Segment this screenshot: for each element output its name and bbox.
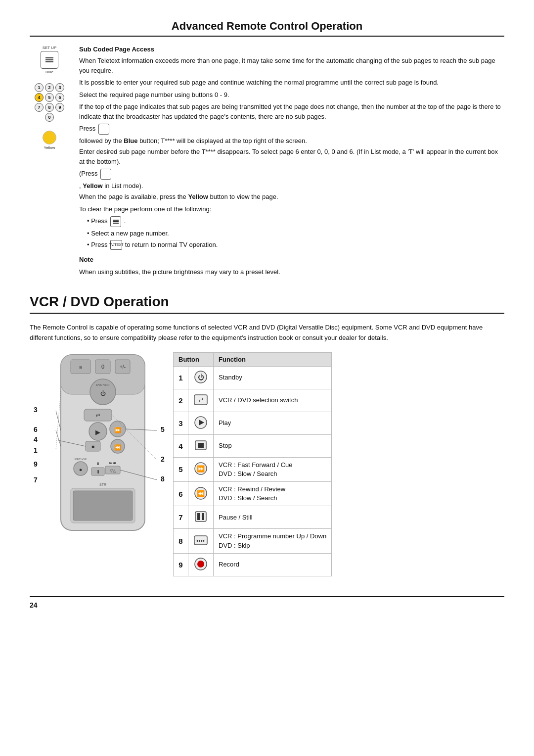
section1-title: Advanced Remote Control Operation <box>30 20 504 37</box>
para-2: It is possible to enter your required su… <box>79 78 504 88</box>
table-row: 3Play <box>174 412 332 434</box>
table-row: 6⏪VCR : Rewind / ReviewDVD : Slow / Sear… <box>174 482 332 506</box>
num-2: 2 <box>45 83 54 92</box>
row-function: VCR / DVD selection switch <box>214 389 332 412</box>
line1 <box>45 57 53 58</box>
setup-button-icon <box>41 51 58 69</box>
row-icon <box>188 412 214 434</box>
para-9: To clear the page perform one of the fol… <box>79 204 504 214</box>
svg-text:⏻: ⏻ <box>198 374 204 381</box>
sub-coded-layout: SET UP Blue 1 2 3 4 <box>30 46 504 279</box>
setup-icon-group: SET UP Blue <box>41 46 58 74</box>
svg-text:⏸: ⏸ <box>96 462 100 466</box>
svg-text:⊞: ⊞ <box>79 365 83 370</box>
yellow-label: Yellow <box>44 145 55 150</box>
remote-num-9: 9 <box>34 460 38 468</box>
svg-text:⇄: ⇄ <box>96 413 100 418</box>
svg-text:⏪: ⏪ <box>114 444 121 451</box>
svg-text:▽△: ▽△ <box>110 469 116 473</box>
svg-text:⇄: ⇄ <box>199 397 203 403</box>
para-3: Select the required page number using bu… <box>79 90 504 100</box>
sub-coded-heading: Sub Coded Page Access <box>79 46 504 53</box>
svg-rect-52 <box>195 512 206 521</box>
bullet-3: Press TV/TEXT to return to normal TV ope… <box>87 240 504 250</box>
para-8: When the page is available, press the Ye… <box>79 192 504 202</box>
svg-text:⏸: ⏸ <box>95 469 100 474</box>
row-number: 9 <box>174 553 188 576</box>
svg-rect-53 <box>197 513 200 520</box>
blue-label: Blue <box>45 70 53 74</box>
section2-title: VCR / DVD Operation <box>30 294 504 314</box>
table-row: 4Stop <box>174 434 332 457</box>
row-icon: ⏪ <box>188 482 214 506</box>
para-1: When Teletext information exceeds more t… <box>79 56 504 75</box>
setup-btn-lines <box>45 57 53 62</box>
remote-num-3: 3 <box>34 406 38 414</box>
num-8: 8 <box>45 103 54 112</box>
table-body: 1⏻Standby2⇄VCR / DVD selection switch3Pl… <box>174 366 332 576</box>
section-advanced-remote: Advanced Remote Control Operation SET UP… <box>30 20 504 279</box>
row-function: VCR : Programme number Up / DownDVD : Sk… <box>214 529 332 553</box>
row-icon: ⇄ <box>188 389 214 412</box>
right-text-area: Sub Coded Page Access When Teletext info… <box>79 46 504 279</box>
vcr-layout: 3 6 4 1 9 7 5 2 8 ⊞ <box>30 352 504 576</box>
page-number: 24 <box>30 601 38 609</box>
row-icon: ⏩ <box>188 457 214 481</box>
left-icons-area: SET UP Blue 1 2 3 4 <box>30 46 69 150</box>
row-function: Play <box>214 412 332 434</box>
col-function: Function <box>214 352 332 366</box>
yellow-button-icon <box>43 131 56 144</box>
numpad-row-1: 1 2 3 <box>35 83 64 92</box>
numpad-icon: 1 2 3 4 5 6 7 8 9 0 <box>35 83 64 122</box>
setup-label: SET UP <box>43 46 57 50</box>
table-header: Button Function <box>174 352 332 366</box>
svg-point-58 <box>197 561 204 567</box>
num-5: 5 <box>45 93 54 102</box>
table-row: 9Record <box>174 553 332 576</box>
svg-text:+/-: +/- <box>120 364 126 370</box>
vcr-function-table: Button Function 1⏻Standby2⇄VCR / DVD sel… <box>173 352 332 576</box>
svg-text:⏩: ⏩ <box>197 465 205 473</box>
row-icon: ⏻ <box>188 366 214 389</box>
table-row: 5⏩VCR : Fast Forward / CueDVD : Slow / S… <box>174 457 332 481</box>
svg-text:REC·V·R: REC·V·R <box>75 458 87 461</box>
num-9: 9 <box>55 103 64 112</box>
table-row: 7Pause / Still <box>174 506 332 529</box>
line2 <box>45 59 53 60</box>
row-function: Record <box>214 553 332 576</box>
svg-rect-54 <box>202 513 204 520</box>
inline-tvtext-icon: TV/TEXT <box>110 240 122 250</box>
svg-text:●: ● <box>79 467 83 472</box>
row-icon <box>188 553 214 576</box>
num-0: 0 <box>45 113 54 122</box>
svg-text:⏮⏭: ⏮⏭ <box>109 461 116 465</box>
inline-setup-icon <box>98 124 109 135</box>
note-section: Note When using subtitles, the picture b… <box>79 255 504 277</box>
row-icon <box>188 434 214 457</box>
table-row: 8⏮⏭VCR : Programme number Up / DownDVD :… <box>174 529 332 553</box>
inline-setup-icon3 <box>110 216 121 227</box>
svg-line-36 <box>56 391 61 450</box>
vcr-intro-text: The Remote Control is capable of operati… <box>30 323 504 343</box>
remote-svg: ⊞ 0 +/- ⏻ DVD VCR ⇄ ▶ <box>44 352 162 535</box>
bullet-list: Press . Select a new page number. Press … <box>87 216 504 250</box>
row-function: Stop <box>214 434 332 457</box>
svg-text:STR: STR <box>99 483 106 486</box>
svg-text:DVD VCR: DVD VCR <box>96 383 110 386</box>
svg-rect-32 <box>73 491 133 520</box>
svg-text:⏪: ⏪ <box>197 489 205 498</box>
remote-drawing-wrapper: 3 6 4 1 9 7 5 2 8 ⊞ <box>30 352 178 535</box>
svg-text:0: 0 <box>101 364 104 370</box>
num-3: 3 <box>55 83 64 92</box>
inline-setup-icon2 <box>100 169 111 180</box>
line3 <box>45 61 53 62</box>
row-function: Pause / Still <box>214 506 332 529</box>
svg-text:⏮⏭: ⏮⏭ <box>196 538 206 543</box>
remote-num-1: 1 <box>34 446 38 454</box>
vcr-table-area: Button Function 1⏻Standby2⇄VCR / DVD sel… <box>173 352 504 576</box>
numpad-row-2: 4 5 6 <box>35 93 64 102</box>
yellow-icon-group: Yellow <box>43 131 56 150</box>
para-7: (Press <box>79 169 504 180</box>
note-body: When using subtitles, the picture bright… <box>79 267 504 277</box>
header-row: Button Function <box>174 352 332 366</box>
